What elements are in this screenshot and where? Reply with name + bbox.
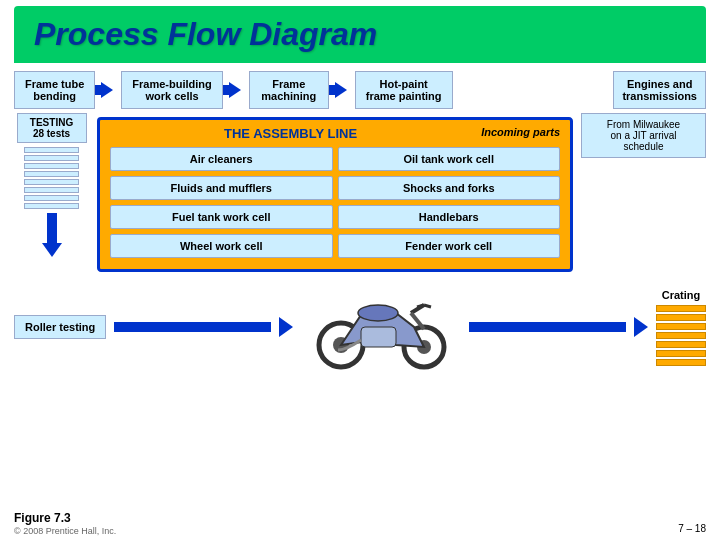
crating-label: Crating [662, 289, 701, 301]
crating-area: Crating [656, 289, 706, 366]
testing-box: TESTING 28 tests [17, 113, 87, 143]
cell-fluids-mufflers: Fluids and mufflers [110, 176, 333, 200]
page-title: Process Flow Diagram [34, 16, 686, 53]
cell-handlebars: Handlebars [338, 205, 561, 229]
roller-testing-box: Roller testing [14, 315, 106, 339]
cell-shocks-forks: Shocks and forks [338, 176, 561, 200]
svg-line-9 [417, 305, 424, 307]
engines-box: Engines and transmissions [613, 71, 706, 109]
step-frame-building: Frame-building work cells [121, 71, 222, 109]
assembly-area: THE ASSEMBLY LINE Incoming parts Air cle… [97, 117, 573, 272]
cell-oil-tank: Oil tank work cell [338, 147, 561, 171]
motorcycle-image [301, 282, 461, 372]
step-frame-machining: Frame machining [249, 71, 329, 109]
page-number: 7 – 18 [678, 523, 706, 534]
copyright: © 2008 Prentice Hall, Inc. [14, 526, 116, 536]
svg-line-8 [424, 305, 431, 307]
figure-caption: Figure 7.3 [14, 511, 116, 525]
stack-visual [24, 147, 79, 209]
incoming-label: Incoming parts [481, 126, 560, 138]
step-hot-paint: Hot-paint frame painting [355, 71, 453, 109]
cell-fender: Fender work cell [338, 234, 561, 258]
work-cells-grid: Air cleaners Oil tank work cell Fluids a… [110, 147, 560, 258]
milwaukee-box: From Milwaukee on a JIT arrival schedule [581, 113, 706, 158]
cell-air-cleaners: Air cleaners [110, 147, 333, 171]
cell-wheel: Wheel work cell [110, 234, 333, 258]
svg-point-5 [358, 305, 398, 321]
cell-fuel-tank: Fuel tank work cell [110, 205, 333, 229]
step-frame-tube: Frame tube bending [14, 71, 95, 109]
assembly-title: THE ASSEMBLY LINE [110, 126, 471, 141]
title-bar: Process Flow Diagram [14, 6, 706, 63]
svg-rect-6 [361, 327, 396, 347]
